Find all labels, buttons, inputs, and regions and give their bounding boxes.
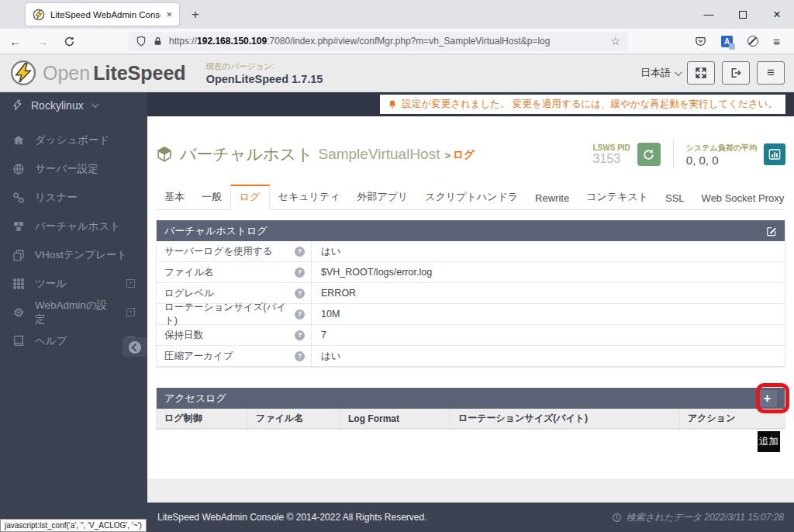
maximize-button[interactable] bbox=[726, 0, 760, 29]
browser-tab[interactable]: LiteSpeed WebAdmin Console × bbox=[26, 3, 179, 26]
page-content: バーチャルホスト SampleVirtualHost > ログ LSWS PID… bbox=[147, 116, 794, 478]
bookmark-star-icon[interactable]: ☆ bbox=[610, 35, 620, 47]
config-label: 保持日数 bbox=[164, 329, 203, 342]
url-bar[interactable]: https://192.168.150.109:7080/index.php#v… bbox=[128, 32, 628, 51]
forward-button[interactable]: → bbox=[36, 35, 48, 48]
tab-general[interactable]: 一般 bbox=[193, 185, 230, 209]
pocket-icon[interactable] bbox=[695, 36, 706, 47]
config-label: 圧縮アーカイブ bbox=[164, 350, 233, 363]
shield-icon[interactable] bbox=[136, 36, 147, 47]
url-text[interactable]: https://192.168.150.109:7080/index.php#v… bbox=[169, 36, 604, 47]
status-widgets: LSWS PID 3153 システム負荷の平均 0, 0, 0 bbox=[592, 140, 785, 168]
column-header: ログ制御 bbox=[157, 409, 248, 428]
sidebar-item-server-config[interactable]: サーバー設定 bbox=[0, 154, 147, 183]
sidebar-item-label: リスナー bbox=[35, 191, 78, 205]
tab-title: LiteSpeed WebAdmin Console bbox=[50, 10, 161, 19]
translate-icon[interactable]: A bbox=[721, 36, 733, 47]
panel-title: アクセスログ bbox=[164, 392, 226, 406]
cube-icon bbox=[156, 146, 173, 163]
close-tab-icon[interactable]: × bbox=[166, 9, 172, 20]
help-icon[interactable]: ? bbox=[295, 330, 305, 340]
version-value: OpenLiteSpeed 1.7.15 bbox=[206, 73, 323, 85]
window-controls: — × bbox=[692, 0, 794, 29]
minimize-button[interactable]: — bbox=[692, 0, 726, 29]
edit-icon[interactable] bbox=[766, 226, 777, 237]
gear-icon bbox=[12, 306, 25, 319]
add-access-log-button[interactable]: + bbox=[758, 390, 777, 407]
server-selector[interactable]: Rockylinux bbox=[0, 92, 147, 118]
vhost-log-panel-header: バーチャルホストログ bbox=[157, 220, 785, 241]
toolbar-icons: A ≡ bbox=[695, 35, 785, 48]
maximize-icon bbox=[739, 11, 747, 19]
arrow-left-circle-icon bbox=[129, 341, 141, 354]
bar-chart-icon bbox=[768, 148, 781, 161]
content-gap bbox=[147, 478, 794, 503]
browser-menu-icon[interactable]: ≡ bbox=[773, 35, 780, 48]
column-header: アクション bbox=[680, 409, 785, 428]
block-content-icon[interactable] bbox=[747, 36, 758, 47]
help-icon[interactable]: ? bbox=[295, 247, 305, 257]
config-value: はい bbox=[312, 241, 350, 261]
tab-context[interactable]: コンテキスト bbox=[578, 185, 657, 209]
restart-alert[interactable]: 設定が変更されました。 変更を適用するには、緩やかな再起動を実行してください。 bbox=[380, 95, 785, 114]
close-window-button[interactable]: × bbox=[760, 0, 794, 29]
sidebar-item-label: ダッシュボード bbox=[35, 133, 109, 147]
restart-button[interactable] bbox=[637, 143, 661, 166]
access-log-panel: アクセスログ + ログ制御 ファイル名 Log Format ローテーションサイ… bbox=[156, 388, 785, 430]
app-header: Open LiteSpeed 現在のバージョン: OpenLiteSpeed 1… bbox=[0, 54, 794, 92]
fullscreen-button[interactable] bbox=[687, 61, 715, 85]
page-header: バーチャルホスト SampleVirtualHost > ログ LSWS PID… bbox=[156, 116, 785, 168]
litespeed-logo-icon bbox=[10, 60, 36, 86]
sidebar-item-listeners[interactable]: リスナー bbox=[0, 183, 147, 212]
tab-log[interactable]: ログ bbox=[230, 185, 270, 210]
config-tabs: 基本 一般 ログ セキュリティ 外部アプリ スクリプトハンドラ Rewrite … bbox=[156, 185, 785, 210]
sidebar-item-label: ヘルプ bbox=[35, 334, 67, 348]
tab-security[interactable]: セキュリティ bbox=[270, 185, 349, 209]
expand-icon[interactable]: + bbox=[126, 308, 135, 316]
tab-external-app[interactable]: 外部アプリ bbox=[348, 185, 416, 209]
column-header: ファイル名 bbox=[248, 409, 340, 428]
tab-ssl[interactable]: SSL bbox=[657, 188, 693, 209]
config-row: 保持日数? 7 bbox=[157, 325, 785, 346]
logout-button[interactable] bbox=[722, 61, 750, 85]
tab-basic[interactable]: 基本 bbox=[156, 185, 193, 209]
help-icon[interactable]: ? bbox=[295, 351, 305, 361]
sidebar-item-virtual-hosts[interactable]: バーチャルホスト bbox=[0, 212, 147, 240]
language-selector[interactable]: 日本語 bbox=[640, 66, 680, 80]
expand-icon[interactable]: + bbox=[126, 279, 135, 288]
back-button[interactable]: ← bbox=[9, 35, 21, 48]
config-label: サーバーログを使用する bbox=[164, 245, 273, 258]
chevron-down-icon bbox=[675, 68, 682, 76]
tab-script-handler[interactable]: スクリプトハンドラ bbox=[416, 185, 526, 209]
header-actions: 日本語 ≡ bbox=[640, 61, 785, 85]
system-load-block: システム負荷の平均 0, 0, 0 bbox=[686, 143, 757, 167]
tab-websocket-proxy[interactable]: Web Socket Proxy bbox=[693, 188, 793, 209]
tab-rewrite[interactable]: Rewrite bbox=[526, 188, 578, 209]
sidebar-item-tools[interactable]: ツール + bbox=[0, 269, 147, 298]
sign-out-icon bbox=[730, 67, 742, 79]
config-row: サーバーログを使用する? はい bbox=[157, 241, 785, 262]
sidebar-collapse-button[interactable] bbox=[123, 337, 147, 357]
config-value: 7 bbox=[312, 325, 336, 345]
sidebar-item-dashboard[interactable]: ダッシュボード bbox=[0, 126, 147, 154]
lock-icon[interactable] bbox=[153, 36, 163, 47]
access-log-columns: ログ制御 ファイル名 Log Format ローテーションサイズ(バイト) アク… bbox=[157, 409, 785, 429]
help-icon[interactable]: ? bbox=[295, 309, 305, 320]
clock-icon bbox=[612, 513, 622, 523]
help-icon[interactable]: ? bbox=[295, 268, 305, 278]
browser-toolbar: ← → https://192.168.150.109:7080/index.p… bbox=[0, 29, 794, 54]
reload-button[interactable] bbox=[64, 36, 75, 47]
sidebar-item-vhost-templates[interactable]: VHostテンプレート bbox=[0, 240, 147, 269]
sidebar-item-label: ツール bbox=[35, 277, 67, 291]
stats-button[interactable] bbox=[764, 143, 785, 165]
url-host: 192.168.150.109 bbox=[197, 36, 267, 47]
grid-icon bbox=[12, 278, 25, 290]
help-icon[interactable]: ? bbox=[295, 288, 305, 299]
sidebar-item-webadmin-settings[interactable]: WebAdminの設定 + bbox=[0, 298, 147, 326]
chevron-down-icon bbox=[91, 100, 99, 108]
book-icon bbox=[12, 335, 25, 347]
new-tab-button[interactable]: + bbox=[192, 7, 199, 22]
openlitespeed-logo[interactable]: Open LiteSpeed bbox=[10, 60, 186, 86]
header-menu-button[interactable]: ≡ bbox=[757, 61, 785, 85]
add-tooltip: 追加 bbox=[758, 431, 780, 452]
